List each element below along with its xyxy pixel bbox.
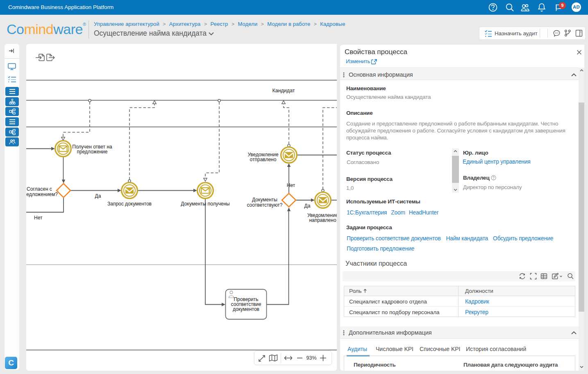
svg-text:Кандидат: Кандидат bbox=[272, 88, 295, 94]
svg-text:Документы получены: Документы получены bbox=[181, 201, 229, 207]
svg-text:соответствуют?: соответствуют? bbox=[247, 202, 282, 208]
svg-text:Да: Да bbox=[95, 193, 101, 199]
svg-text:Да: Да bbox=[304, 203, 311, 209]
svg-text:предложение: предложение bbox=[77, 149, 108, 155]
svg-text:предложением?: предложением? bbox=[26, 192, 58, 197]
svg-text:Запрос документов: Запрос документов bbox=[107, 201, 152, 207]
svg-text:документов: документов bbox=[233, 306, 259, 312]
svg-text:отправлено: отправлено bbox=[250, 157, 277, 162]
svg-text:Нет: Нет bbox=[287, 182, 295, 188]
svg-text:Нет: Нет bbox=[34, 215, 43, 221]
svg-text:Документы: Документы bbox=[252, 197, 277, 203]
svg-text:направлено: направлено bbox=[309, 217, 336, 223]
